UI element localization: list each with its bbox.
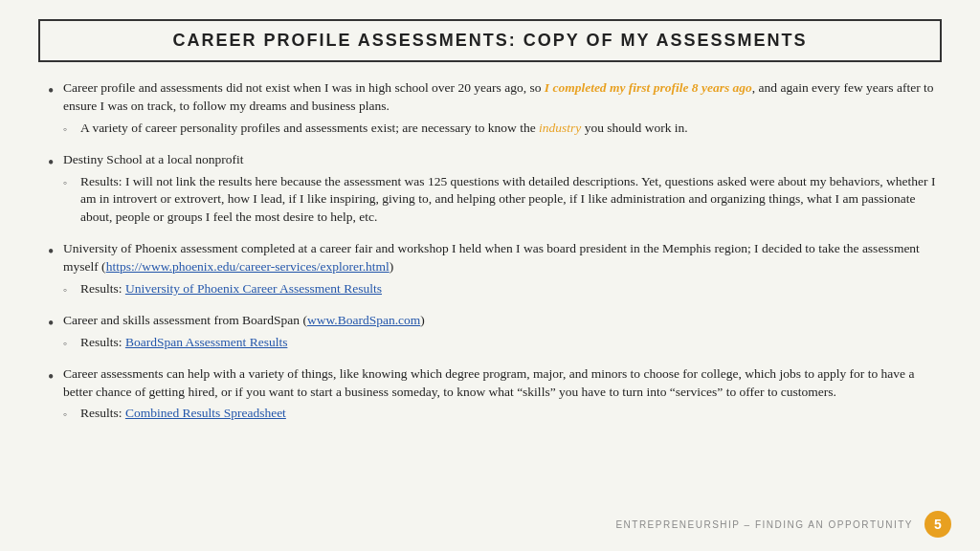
- sub-bullet-icon: ◦: [63, 407, 80, 423]
- sub-list-item: ◦ A variety of career personality profil…: [63, 120, 942, 138]
- item5-main: Career assessments can help with a varie…: [63, 366, 914, 399]
- item5-text: Career assessments can help with a varie…: [63, 365, 942, 428]
- main-list: • Career profile and assessments did not…: [48, 79, 942, 427]
- title-box: CAREER PROFILE ASSESSMENTS: COPY OF MY A…: [38, 19, 942, 62]
- list-item: • Career profile and assessments did not…: [48, 79, 942, 142]
- list-item: • Career and skills assessment from Boar…: [48, 312, 942, 356]
- industry-highlight: industry: [539, 121, 581, 135]
- sub-bullet-icon: ◦: [63, 282, 80, 298]
- sub-list-item: ◦ Results: University of Phoenix Career …: [63, 280, 942, 298]
- sub-list-item: ◦ Results: Combined Results Spreadsheet: [63, 405, 942, 423]
- slide-title: CAREER PROFILE ASSESSMENTS: COPY OF MY A…: [172, 31, 807, 50]
- item2-main: Destiny School at a local nonprofit: [63, 152, 244, 166]
- item2-sub-list: ◦ Results: I will not link the results h…: [63, 173, 942, 228]
- bullet-icon: •: [48, 81, 63, 102]
- item1-highlight: I completed my first profile 8 years ago: [545, 80, 752, 95]
- sub-list-item: ◦ Results: I will not link the results h…: [63, 173, 942, 228]
- results-label: Results:: [80, 406, 125, 420]
- bullet-icon: •: [48, 242, 63, 263]
- combined-results-link[interactable]: Combined Results Spreadsheet: [125, 406, 286, 420]
- item4-sub-list: ◦ Results: BoardSpan Assessment Results: [63, 334, 942, 352]
- sub-bullet-icon: ◦: [63, 121, 80, 138]
- item2-text: Destiny School at a local nonprofit ◦ Re…: [63, 151, 942, 231]
- bullet-icon: •: [48, 367, 63, 388]
- slide: CAREER PROFILE ASSESSMENTS: COPY OF MY A…: [0, 0, 980, 551]
- sub-bullet-icon: ◦: [63, 336, 80, 352]
- phoenix-link[interactable]: https://www.phoenix.edu/career-services/…: [106, 259, 390, 274]
- sub-item2-text: Results: I will not link the results her…: [80, 173, 942, 228]
- item3-text: University of Phoenix assessment complet…: [63, 240, 942, 302]
- slide-footer: ENTREPRENEURSHIP – FINDING AN OPPORTUNIT…: [615, 511, 951, 538]
- item1-sub-list: ◦ A variety of career personality profil…: [63, 120, 942, 138]
- item3-sub-list: ◦ Results: University of Phoenix Career …: [63, 280, 942, 298]
- main-content: • Career profile and assessments did not…: [38, 79, 942, 427]
- results-label: Results:: [80, 281, 125, 296]
- footer-text: ENTREPRENEURSHIP – FINDING AN OPPORTUNIT…: [615, 519, 913, 530]
- results-label: Results:: [80, 335, 125, 349]
- item1-text-before: Career profile and assessments did not e…: [63, 80, 545, 95]
- sub-item4-text: Results: BoardSpan Assessment Results: [80, 334, 942, 352]
- item4-text-after: ): [420, 313, 425, 327]
- boardspan-link[interactable]: www.BoardSpan.com: [307, 313, 420, 327]
- item3-text-after: ): [390, 259, 394, 274]
- list-item: • Career assessments can help with a var…: [48, 365, 942, 428]
- bullet-icon: •: [48, 314, 63, 335]
- page-number-badge: 5: [924, 511, 951, 538]
- item5-sub-list: ◦ Results: Combined Results Spreadsheet: [63, 405, 942, 423]
- sub-bullet-icon: ◦: [63, 175, 80, 191]
- sub-item1-text: A variety of career personality profiles…: [80, 120, 942, 138]
- list-item: • Destiny School at a local nonprofit ◦ …: [48, 151, 942, 231]
- bullet-icon: •: [48, 153, 63, 174]
- item4-text: Career and skills assessment from BoardS…: [63, 312, 942, 356]
- item4-text-before: Career and skills assessment from BoardS…: [63, 313, 307, 327]
- sub-item3-text: Results: University of Phoenix Career As…: [80, 280, 942, 298]
- sub-list-item: ◦ Results: BoardSpan Assessment Results: [63, 334, 942, 352]
- item1-text: Career profile and assessments did not e…: [63, 79, 942, 142]
- phoenix-results-link[interactable]: University of Phoenix Career Assessment …: [125, 281, 382, 296]
- list-item: • University of Phoenix assessment compl…: [48, 240, 942, 302]
- sub-item5-text: Results: Combined Results Spreadsheet: [80, 405, 942, 423]
- boardspan-results-link[interactable]: BoardSpan Assessment Results: [125, 335, 288, 349]
